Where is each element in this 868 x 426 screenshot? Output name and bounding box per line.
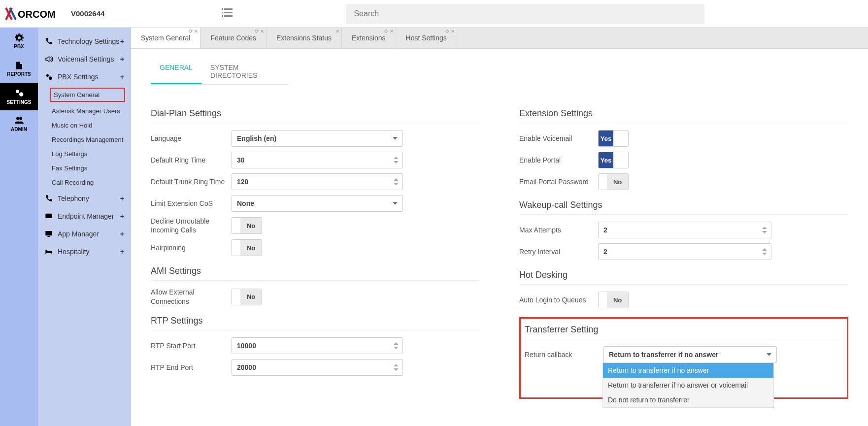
- language-select[interactable]: English (en): [232, 130, 403, 147]
- close-icon[interactable]: ✕: [260, 29, 264, 34]
- refresh-icon[interactable]: ⟳: [255, 29, 259, 34]
- svg-rect-13: [45, 214, 52, 218]
- max-attempts-input[interactable]: [598, 222, 771, 238]
- refresh-icon[interactable]: ⟳: [445, 29, 449, 34]
- limit-cos-select[interactable]: None: [232, 195, 403, 212]
- close-icon[interactable]: ✕: [451, 29, 455, 34]
- allow-external-toggle[interactable]: No: [232, 289, 262, 305]
- deskphone-icon: [45, 212, 54, 220]
- label-default-trunk-ring: Default Trunk Ring Time: [151, 177, 232, 186]
- default-ring-input[interactable]: [232, 152, 403, 168]
- tab-system-general[interactable]: System General⟳✕: [131, 28, 200, 48]
- sidebar-item-fax-settings[interactable]: Fax Settings: [38, 161, 131, 175]
- close-icon[interactable]: ✕: [194, 29, 198, 34]
- sidebar-item-recordings[interactable]: Recordings Management: [38, 132, 131, 147]
- tab-extensions-status[interactable]: Extensions Status✕: [267, 28, 342, 48]
- label-default-ring: Default Ring Time: [151, 156, 232, 164]
- label-language: Language: [151, 134, 232, 143]
- dropdown-option[interactable]: Return to transferrer if no answer or vo…: [603, 378, 773, 393]
- dropdown-option[interactable]: Do not return to transferrer: [603, 393, 773, 407]
- tabs-bar: System General⟳✕ Feature Codes⟳✕ Extensi…: [131, 28, 868, 49]
- plus-icon: +: [120, 230, 124, 238]
- rail-reports[interactable]: REPORTS: [0, 55, 38, 83]
- retry-interval-input[interactable]: [598, 243, 771, 260]
- label-return-callback: Return callback: [525, 350, 603, 359]
- label-allow-external: Allow External Connections: [151, 288, 232, 305]
- sidebar-item-call-recording[interactable]: Call Recording: [38, 175, 131, 190]
- transferrer-highlight: Transferrer Setting Return callback Retu…: [519, 317, 848, 399]
- enable-portal-toggle[interactable]: Yes: [598, 152, 629, 168]
- sidebar-item-asterisk-manager[interactable]: Asterisk Manager Users: [38, 104, 131, 118]
- nav-rail: PBX REPORTS SETTINGS ADMIN: [0, 28, 38, 426]
- phone-icon: [45, 37, 54, 45]
- section-transferrer: Transferrer Setting: [525, 325, 839, 335]
- label-rtp-start: RTP Start Port: [151, 341, 232, 350]
- sidebar-item-music-on-hold[interactable]: Music on Hold: [38, 118, 131, 132]
- sidebar-group-hospitality[interactable]: Hospitality+: [38, 243, 131, 261]
- svg-rect-1: [222, 8, 223, 10]
- label-max-attempts: Max Attempts: [519, 226, 598, 234]
- subtab-system-directories[interactable]: SYSTEM DIRECTORIES: [201, 59, 289, 84]
- svg-rect-15: [47, 236, 50, 237]
- gears-icon: [45, 73, 54, 81]
- tab-extensions[interactable]: Extensions⟳✕: [342, 28, 396, 48]
- label-email-portal: Email Portal Password: [519, 177, 598, 186]
- svg-point-12: [49, 76, 52, 80]
- sidebar-group-endpoint[interactable]: Endpoint Manager+: [38, 207, 131, 225]
- svg-point-10: [19, 117, 22, 120]
- close-icon[interactable]: ✕: [390, 29, 394, 34]
- svg-point-8: [19, 92, 23, 96]
- svg-point-16: [46, 250, 48, 252]
- rtp-start-input[interactable]: [232, 337, 403, 354]
- label-decline-unroutable: Decline Unroutable Incoming Calls: [151, 217, 232, 234]
- enable-vm-toggle[interactable]: Yes: [598, 130, 629, 147]
- tab-feature-codes[interactable]: Feature Codes⟳✕: [200, 28, 267, 48]
- sidebar-item-log-settings[interactable]: Log Settings: [38, 147, 131, 161]
- search-input[interactable]: [346, 4, 704, 24]
- plus-icon: +: [120, 248, 124, 256]
- sidebar-group-telephony[interactable]: Telephony+: [38, 190, 131, 207]
- label-hairpinning: Hairpinning: [151, 243, 232, 252]
- plus-icon: +: [120, 195, 124, 202]
- svg-point-11: [46, 74, 49, 77]
- svg-text:ORCOM: ORCOM: [18, 9, 56, 20]
- speaker-icon: [45, 55, 54, 63]
- email-portal-toggle[interactable]: No: [598, 173, 629, 190]
- refresh-icon[interactable]: ⟳: [189, 29, 193, 34]
- subtab-general[interactable]: GENERAL: [151, 59, 201, 84]
- rail-pbx[interactable]: PBX: [0, 28, 38, 55]
- tab-host-settings[interactable]: Host Settings⟳✕: [396, 28, 457, 48]
- svg-rect-3: [222, 12, 223, 13]
- svg-rect-4: [224, 12, 233, 13]
- plus-icon: +: [120, 212, 124, 220]
- default-trunk-ring-input[interactable]: [232, 173, 403, 190]
- bed-icon: [45, 248, 54, 256]
- sidebar-group-pbx-settings[interactable]: PBX Settings+: [38, 68, 131, 86]
- sidebar-group-technology[interactable]: Technology Settings+: [38, 33, 131, 50]
- auto-login-toggle[interactable]: No: [598, 292, 629, 308]
- svg-point-7: [16, 90, 19, 93]
- logo: ORCOM: [5, 7, 69, 21]
- sidebar-group-appmgr[interactable]: App Manager+: [38, 225, 131, 243]
- plus-icon: +: [120, 37, 124, 45]
- refresh-icon[interactable]: ⟳: [384, 29, 388, 34]
- svg-rect-2: [224, 8, 233, 10]
- label-rtp-end: RTP End Port: [151, 363, 232, 372]
- section-extension: Extension Settings: [519, 108, 848, 119]
- monitor-icon: [45, 230, 54, 238]
- hairpin-toggle[interactable]: No: [232, 239, 262, 256]
- sidebar-group-voicemail[interactable]: Voicemail Settings+: [38, 50, 131, 68]
- rtp-end-input[interactable]: [232, 359, 403, 376]
- handset-icon: [45, 195, 54, 202]
- dropdown-option[interactable]: Return to transferrer if no answer: [603, 363, 773, 378]
- rail-admin[interactable]: ADMIN: [0, 110, 38, 138]
- svg-rect-6: [224, 15, 233, 17]
- decline-toggle[interactable]: No: [232, 217, 262, 234]
- rail-settings[interactable]: SETTINGS: [0, 83, 38, 110]
- sidebar-item-system-general[interactable]: System General: [50, 88, 125, 102]
- version: V0002644: [71, 9, 104, 18]
- list-view-icon[interactable]: [222, 8, 233, 19]
- close-icon[interactable]: ✕: [335, 29, 339, 34]
- return-callback-select[interactable]: Return to transferrer if no answer: [603, 346, 777, 363]
- svg-rect-5: [222, 15, 223, 17]
